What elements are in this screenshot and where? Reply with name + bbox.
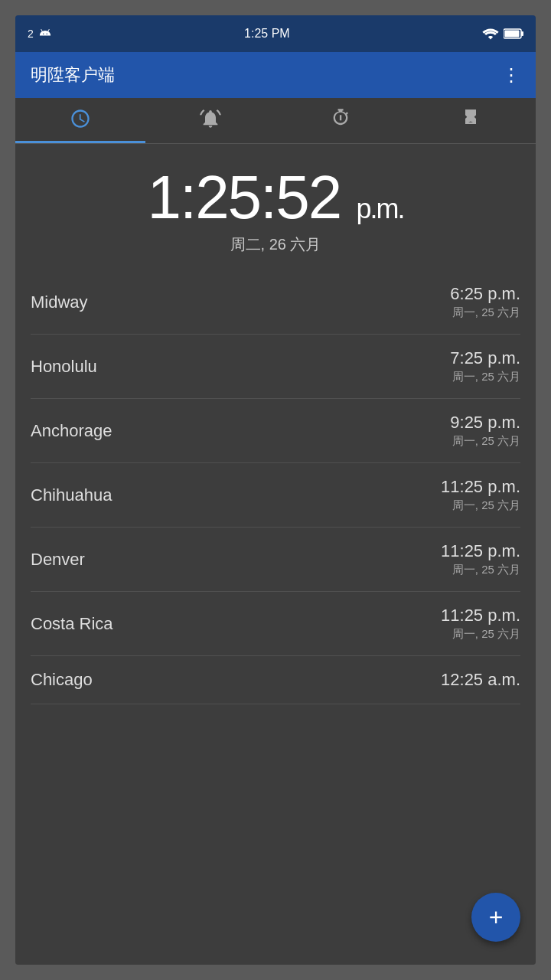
timezone-date: 周一, 25 六月	[441, 627, 520, 642]
timezone-item[interactable]: Chicago12:25 a.m.	[31, 656, 520, 704]
timezone-time: 6:25 p.m.	[450, 284, 520, 304]
timezone-item[interactable]: Midway6:25 p.m.周一, 25 六月	[31, 270, 520, 335]
timezone-item[interactable]: Costa Rica11:25 p.m.周一, 25 六月	[31, 592, 520, 656]
tab-timer[interactable]	[406, 98, 536, 143]
time-value: 1:25:52	[147, 163, 341, 231]
timezone-time: 11:25 p.m.	[441, 541, 520, 561]
main-content: 1:25:52 p.m. 周二, 26 六月 Midway6:25 p.m.周一…	[15, 144, 536, 965]
status-time: 1:25 PM	[244, 27, 290, 41]
timezone-name: Chicago	[31, 670, 93, 690]
more-options-icon[interactable]: ⋮	[502, 64, 520, 86]
tab-clock[interactable]	[15, 98, 145, 143]
timezone-time-group: 12:25 a.m.	[441, 670, 520, 690]
timezone-time-group: 11:25 p.m.周一, 25 六月	[441, 477, 520, 513]
timezone-item[interactable]: Anchorage9:25 p.m.周一, 25 六月	[31, 399, 520, 463]
timezone-item[interactable]: Honolulu7:25 p.m.周一, 25 六月	[31, 335, 520, 399]
status-left: 2	[28, 26, 52, 42]
current-time-display: 1:25:52 p.m.	[147, 167, 403, 228]
tab-bar	[15, 98, 536, 144]
timezone-time: 11:25 p.m.	[441, 477, 520, 497]
notification-count: 2	[28, 28, 34, 40]
battery-icon	[504, 28, 523, 39]
timezone-name: Chihuahua	[31, 485, 112, 505]
app-bar: 明陞客户端 ⋮	[15, 52, 536, 98]
timezone-time: 12:25 a.m.	[441, 670, 520, 690]
stopwatch-icon	[330, 108, 351, 134]
plus-icon: +	[489, 903, 504, 932]
timer-icon	[460, 108, 481, 134]
timezone-date: 周一, 25 六月	[450, 370, 520, 384]
timezone-name: Anchorage	[31, 421, 112, 441]
svg-rect-1	[521, 31, 523, 36]
timezone-date: 周一, 25 六月	[441, 498, 520, 513]
wifi-icon	[482, 28, 499, 40]
timezone-name: Honolulu	[31, 357, 97, 377]
clock-icon	[70, 108, 91, 134]
timezone-name: Denver	[31, 550, 85, 570]
timezone-item[interactable]: Chihuahua11:25 p.m.周一, 25 六月	[31, 463, 520, 528]
timezone-time: 7:25 p.m.	[450, 348, 520, 368]
timezone-date: 周一, 25 六月	[450, 305, 520, 320]
timezone-time-group: 9:25 p.m.周一, 25 六月	[450, 413, 520, 449]
timezone-date: 周一, 25 六月	[450, 434, 520, 449]
status-bar: 2 1:25 PM	[15, 15, 536, 52]
timezone-time: 11:25 p.m.	[441, 606, 520, 626]
alarm-icon	[200, 108, 221, 134]
notification-icon	[38, 26, 52, 42]
tab-alarm[interactable]	[145, 98, 276, 143]
timezone-item[interactable]: Denver11:25 p.m.周一, 25 六月	[31, 528, 520, 592]
timezone-time-group: 7:25 p.m.周一, 25 六月	[450, 348, 520, 384]
timezone-time-group: 6:25 p.m.周一, 25 六月	[450, 284, 520, 320]
current-date: 周二, 26 六月	[230, 234, 321, 255]
current-time-section: 1:25:52 p.m. 周二, 26 六月	[15, 144, 536, 270]
timezone-date: 周一, 25 六月	[441, 563, 520, 577]
time-ampm: p.m.	[357, 193, 404, 224]
timezone-time-group: 11:25 p.m.周一, 25 六月	[441, 541, 520, 577]
timezone-time: 9:25 p.m.	[450, 413, 520, 433]
tab-stopwatch[interactable]	[276, 98, 406, 143]
app-title: 明陞客户端	[31, 64, 115, 87]
phone-frame: 2 1:25 PM 明陞客户端 ⋮	[15, 15, 536, 965]
timezone-name: Costa Rica	[31, 614, 113, 634]
svg-rect-2	[504, 31, 519, 38]
timezone-time-group: 11:25 p.m.周一, 25 六月	[441, 606, 520, 642]
timezone-list: Midway6:25 p.m.周一, 25 六月Honolulu7:25 p.m…	[15, 270, 536, 965]
status-right	[482, 28, 523, 40]
add-timezone-fab[interactable]: +	[471, 893, 520, 942]
timezone-name: Midway	[31, 292, 88, 312]
